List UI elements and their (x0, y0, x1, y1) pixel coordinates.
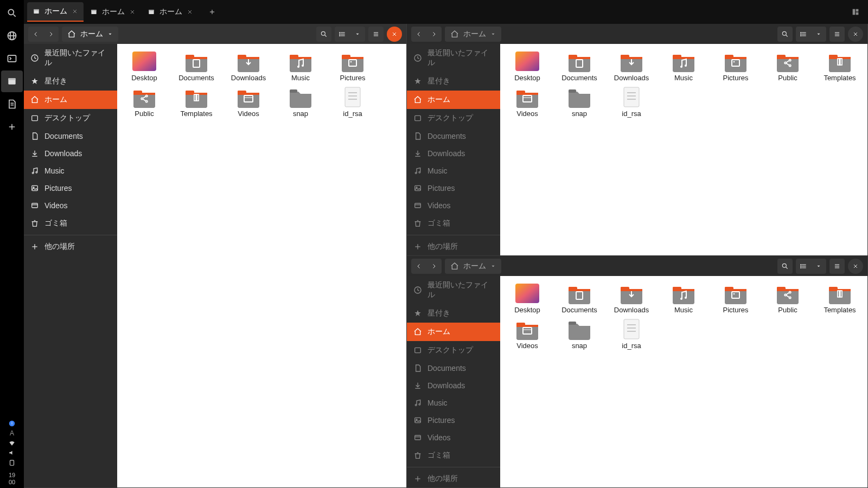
nav-forward-button[interactable] (426, 259, 442, 274)
search-button[interactable] (777, 27, 793, 42)
sidebar-item-video[interactable]: Videos (24, 197, 117, 214)
sidebar-item-trash[interactable]: ゴミ箱 (407, 214, 500, 233)
file-item[interactable]: Templates (175, 86, 218, 118)
file-item[interactable]: Documents (175, 50, 218, 82)
sidebar-item-trash[interactable]: ゴミ箱 (24, 214, 117, 233)
sidebar-item-down[interactable]: Downloads (24, 145, 117, 162)
file-item[interactable]: Music (662, 282, 705, 314)
file-item[interactable]: Downloads (610, 282, 653, 314)
file-item[interactable]: Public (766, 50, 809, 82)
chevron-down-icon[interactable] (490, 31, 496, 37)
file-item[interactable]: Downloads (227, 50, 270, 82)
sidebar-item-star[interactable]: 星付き (407, 304, 500, 323)
view-list-button[interactable] (796, 259, 811, 274)
dock-clock[interactable]: 1900 (9, 472, 15, 486)
sidebar-item-home[interactable]: ホーム (407, 323, 500, 341)
close-icon[interactable] (72, 8, 78, 15)
file-item[interactable]: id_rsa (610, 318, 653, 350)
sidebar-item-desktop[interactable]: デスクトップ (407, 109, 500, 127)
pane-close-button[interactable] (848, 27, 863, 42)
file-item[interactable]: Public (123, 86, 166, 118)
sidebar-item-home[interactable]: ホーム (407, 91, 500, 109)
tab-home[interactable]: ホーム (85, 2, 141, 22)
nav-back-button[interactable] (28, 27, 43, 42)
sidebar-item-recent[interactable]: 最近開いたファイル (407, 44, 500, 72)
sidebar-item-desktop[interactable]: デスクトップ (407, 341, 500, 359)
sidebar-item-music[interactable]: Music (407, 394, 500, 412)
view-list-button[interactable] (796, 27, 811, 42)
file-item[interactable]: Music (279, 50, 322, 82)
file-item[interactable]: Videos (506, 86, 549, 118)
file-item[interactable]: Pictures (714, 282, 757, 314)
sidebar-item-other[interactable]: 他の場所 (24, 237, 117, 256)
search-button[interactable] (777, 259, 793, 274)
dock-app-terminal[interactable] (1, 48, 23, 69)
file-item[interactable]: Pictures (714, 50, 757, 82)
close-icon[interactable] (129, 9, 136, 15)
file-item[interactable]: Templates (818, 50, 861, 82)
path-bar[interactable]: ホーム (62, 27, 118, 42)
file-item[interactable]: Desktop (506, 50, 549, 82)
sidebar-item-video[interactable]: Videos (407, 429, 500, 446)
sidebar-item-trash[interactable]: ゴミ箱 (407, 446, 500, 465)
file-item[interactable]: Public (766, 282, 809, 314)
file-item[interactable]: Videos (227, 86, 270, 118)
hamburger-menu-button[interactable] (829, 259, 845, 274)
close-icon[interactable] (187, 9, 193, 15)
file-item[interactable]: Videos (506, 318, 549, 350)
sidebar-item-pic[interactable]: Pictures (407, 412, 500, 429)
pane-close-button[interactable] (387, 27, 402, 42)
dock-app-files[interactable] (1, 70, 23, 92)
sidebar-item-other[interactable]: 他の場所 (407, 470, 500, 487)
sidebar-item-star[interactable]: 星付き (24, 72, 117, 91)
file-item[interactable]: id_rsa (331, 86, 374, 118)
file-item[interactable]: Desktop (506, 282, 549, 314)
file-item[interactable]: Music (662, 50, 705, 82)
nav-forward-button[interactable] (43, 27, 59, 42)
sidebar-item-pic[interactable]: Pictures (407, 179, 500, 197)
dock-app-globe[interactable] (1, 25, 23, 47)
sidebar-item-video[interactable]: Videos (407, 197, 500, 214)
pane-close-button[interactable] (848, 259, 863, 274)
view-dropdown-button[interactable] (811, 259, 826, 274)
nav-forward-button[interactable] (426, 27, 442, 42)
sidebar-item-home[interactable]: ホーム (24, 91, 117, 109)
view-dropdown-button[interactable] (811, 27, 826, 42)
chevron-down-icon[interactable] (107, 31, 113, 37)
chevron-down-icon[interactable] (490, 264, 496, 269)
view-list-button[interactable] (335, 27, 350, 42)
sidebar-item-desktop[interactable]: デスクトップ (24, 109, 117, 127)
tab-home[interactable]: ホーム (142, 2, 199, 22)
sidebar-item-music[interactable]: Music (24, 162, 117, 179)
file-item[interactable]: Downloads (610, 50, 653, 82)
tab-home[interactable]: ホーム (27, 2, 84, 22)
sidebar-item-doc[interactable]: Documents (24, 127, 117, 145)
path-bar[interactable]: ホーム (445, 259, 501, 274)
hamburger-menu-button[interactable] (368, 27, 384, 42)
file-item[interactable]: snap (558, 86, 601, 118)
sidebar-item-recent[interactable]: 最近開いたファイル (24, 44, 117, 72)
file-item[interactable]: id_rsa (610, 86, 653, 118)
nav-back-button[interactable] (411, 27, 426, 42)
file-item[interactable]: Documents (558, 282, 601, 314)
sidebar-item-pic[interactable]: Pictures (24, 179, 117, 197)
file-item[interactable]: Templates (818, 282, 861, 314)
search-button[interactable] (316, 27, 331, 42)
dock-app-search[interactable] (1, 2, 23, 24)
file-item[interactable]: snap (279, 86, 322, 118)
sidebar-item-down[interactable]: Downloads (407, 145, 500, 162)
dock-app-add[interactable] (1, 116, 23, 138)
sidebar-item-music[interactable]: Music (407, 162, 500, 179)
file-item[interactable]: Documents (558, 50, 601, 82)
sidebar-item-doc[interactable]: Documents (407, 127, 500, 145)
sidebar-item-down[interactable]: Downloads (407, 377, 500, 394)
path-bar[interactable]: ホーム (445, 27, 501, 42)
file-item[interactable]: snap (558, 318, 601, 350)
dock-app-texteditor[interactable] (1, 93, 23, 115)
hamburger-menu-button[interactable] (829, 27, 845, 42)
new-tab-button[interactable] (203, 3, 221, 21)
nav-back-button[interactable] (411, 259, 426, 274)
sidebar-item-recent[interactable]: 最近開いたファイル (407, 276, 500, 304)
file-item[interactable]: Pictures (331, 50, 374, 82)
sidebar-item-star[interactable]: 星付き (407, 72, 500, 91)
